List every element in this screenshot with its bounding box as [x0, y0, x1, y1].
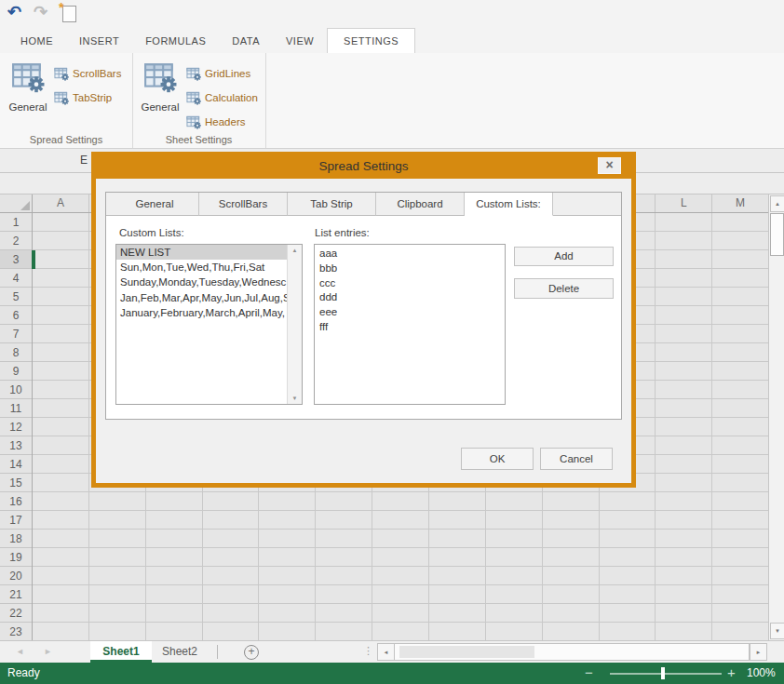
ok-button[interactable]: OK — [461, 448, 534, 470]
row-header-16[interactable]: 16 — [0, 492, 32, 511]
ribbon-tab-settings[interactable]: SETTINGS — [327, 28, 415, 53]
calculation-icon — [186, 90, 201, 105]
zoom-slider-thumb[interactable] — [661, 667, 665, 679]
scroll-up-icon[interactable]: ▲ — [770, 195, 784, 212]
new-document-icon[interactable]: * — [62, 6, 76, 22]
headers-icon — [186, 114, 201, 129]
row-header-17[interactable]: 17 — [0, 511, 32, 530]
tabstrip-button[interactable]: TabStrip — [54, 86, 121, 110]
row-header-20[interactable]: 20 — [0, 567, 32, 585]
listbox-scroll-down-icon[interactable]: ▼ — [288, 396, 302, 401]
calculation-label: Calculation — [205, 92, 258, 103]
ribbon-tab-view[interactable]: VIEW — [273, 28, 327, 53]
row-header-7[interactable]: 7 — [0, 325, 32, 343]
row-header-21[interactable]: 21 — [0, 585, 32, 604]
add-button[interactable]: Add — [514, 247, 614, 266]
sheet-tab-sheet1[interactable]: Sheet1 — [90, 641, 152, 663]
custom-list-item-1[interactable]: Sun,Mon,Tue,Wed,Thu,Fri,Sat — [116, 260, 288, 275]
listbox-scroll-up-icon[interactable]: ▲ — [288, 248, 302, 253]
custom-list-item-4[interactable]: January,February,March,April,May, — [116, 305, 288, 320]
scrollbars-icon — [54, 66, 69, 81]
calculation-button[interactable]: Calculation — [186, 86, 258, 110]
custom-list-item-3[interactable]: Jan,Feb,Mar,Apr,May,Jun,Jul,Aug,S — [116, 290, 288, 305]
zoom-slider-track[interactable] — [610, 673, 722, 675]
horizontal-scrollbar-thumb[interactable] — [399, 646, 534, 658]
row-header-1[interactable]: 1 — [0, 213, 32, 232]
row-header-12[interactable]: 12 — [0, 418, 32, 436]
listbox-scrollbar[interactable]: ▲ ▼ — [287, 245, 302, 404]
row-header-13[interactable]: 13 — [0, 436, 32, 455]
row-header-22[interactable]: 22 — [0, 604, 32, 623]
dialog-tab-clipboard[interactable]: Clipboard — [376, 193, 465, 216]
delete-button[interactable]: Delete — [514, 278, 614, 299]
scroll-left-icon[interactable]: ◄ — [377, 643, 395, 661]
dialog-title: Spread Settings — [318, 159, 408, 173]
ribbon-tab-bar: HOMEINSERTFORMULASDATAVIEWSETTINGS — [0, 28, 784, 53]
zoom-percent[interactable]: 100% — [747, 666, 776, 679]
custom-list-item-2[interactable]: Sunday,Monday,Tuesday,Wednesc — [116, 275, 288, 289]
ribbon-tab-formulas[interactable]: FORMULAS — [132, 28, 219, 53]
splitter-dots-icon[interactable]: ⋮ — [363, 645, 373, 657]
row-header-11[interactable]: 11 — [0, 399, 32, 418]
row-header-5[interactable]: 5 — [0, 288, 32, 306]
vertical-scrollbar[interactable]: ▲ ▼ — [768, 194, 784, 640]
sheet-settings-small-buttons: GridLines Calculation Headers — [186, 61, 258, 134]
dialog-tab-tab-strip[interactable]: Tab Strip — [288, 193, 376, 216]
spread-settings-dialog: Spread Settings × GeneralScrollBarsTab S… — [91, 152, 636, 488]
horizontal-scrollbar[interactable] — [394, 643, 750, 661]
group-label-spread-settings: Spread Settings — [0, 134, 132, 145]
row-header-4[interactable]: 4 — [0, 269, 32, 288]
column-header-A[interactable]: A — [33, 194, 89, 212]
column-header-L[interactable]: L — [656, 194, 712, 212]
scroll-right-icon[interactable]: ► — [750, 643, 767, 661]
dialog-tab-general[interactable]: General — [111, 193, 199, 216]
dialog-tab-bar: GeneralScrollBarsTab StripClipboardCusto… — [106, 193, 621, 216]
custom-list-item-0[interactable]: NEW LIST — [116, 245, 288, 260]
app-window: ↶ ↷ * HOMEINSERTFORMULASDATAVIEWSETTINGS… — [0, 0, 784, 684]
spread-general-button[interactable]: General — [6, 57, 50, 126]
sheet-nav-right-icon[interactable]: ► — [44, 647, 52, 656]
scrollbars-button[interactable]: ScrollBars — [54, 61, 121, 86]
gridlines-button[interactable]: GridLines — [186, 61, 258, 86]
zoom-in-icon[interactable]: + — [727, 664, 736, 680]
ribbon-tab-data[interactable]: DATA — [219, 28, 273, 53]
dialog-tab-panel: GeneralScrollBarsTab StripClipboardCusto… — [105, 192, 622, 420]
redo-icon[interactable]: ↷ — [34, 2, 47, 22]
dialog-title-bar[interactable]: Spread Settings × — [96, 156, 631, 179]
spread-general-icon — [11, 60, 45, 97]
vertical-scrollbar-thumb[interactable] — [770, 213, 784, 256]
row-header-19[interactable]: 19 — [0, 548, 32, 567]
sheet-tab-sheet2[interactable]: Sheet2 — [152, 641, 208, 663]
sheet-general-label: General — [138, 101, 182, 113]
row-header-9[interactable]: 9 — [0, 362, 32, 381]
row-header-10[interactable]: 10 — [0, 381, 32, 399]
undo-icon[interactable]: ↶ — [7, 2, 21, 22]
select-all-corner[interactable] — [0, 194, 33, 213]
column-header-M[interactable]: M — [712, 194, 768, 212]
list-entries-box[interactable]: aaa bbb ccc ddd eee fff — [314, 244, 506, 405]
headers-button[interactable]: Headers — [186, 110, 258, 134]
row-header-18[interactable]: 18 — [0, 530, 32, 548]
scroll-down-icon[interactable]: ▼ — [770, 623, 784, 639]
cancel-button[interactable]: Cancel — [540, 448, 613, 470]
sheet-nav-left-icon[interactable]: ◄ — [16, 647, 24, 656]
dialog-tab-custom-lists[interactable]: Custom Lists: — [465, 193, 553, 216]
close-icon[interactable]: × — [598, 157, 621, 174]
status-bar: Ready − + 100% — [0, 663, 784, 684]
row-header-3[interactable]: 3 — [0, 250, 32, 269]
row-header-14[interactable]: 14 — [0, 455, 32, 474]
quick-access-toolbar: ↶ ↷ * — [0, 0, 784, 28]
ribbon-tab-home[interactable]: HOME — [7, 28, 66, 53]
zoom-out-icon[interactable]: − — [585, 664, 593, 680]
custom-lists-listbox[interactable]: NEW LISTSun,Mon,Tue,Wed,Thu,Fri,SatSunda… — [115, 244, 303, 405]
add-sheet-button[interactable]: + — [244, 645, 259, 660]
row-header-23[interactable]: 23 — [0, 623, 32, 640]
row-header-6[interactable]: 6 — [0, 306, 32, 325]
row-header-15[interactable]: 15 — [0, 474, 32, 492]
dialog-tab-scrollbars[interactable]: ScrollBars — [199, 193, 288, 216]
sheet-general-button[interactable]: General — [138, 57, 182, 126]
row-header-2[interactable]: 2 — [0, 232, 32, 250]
row-headers: 1234567891011121314151617181920212223 — [0, 213, 33, 640]
row-header-8[interactable]: 8 — [0, 343, 32, 362]
ribbon-tab-insert[interactable]: INSERT — [66, 28, 132, 53]
